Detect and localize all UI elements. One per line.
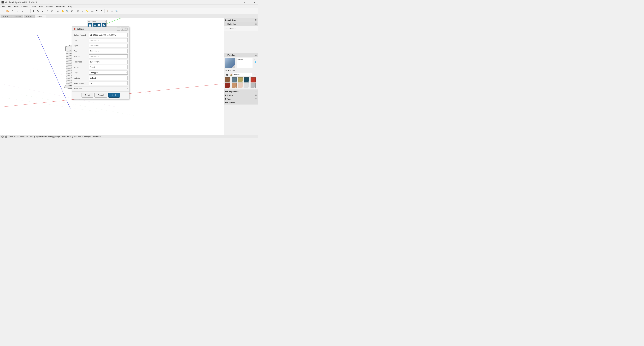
s4u-panel-close-button[interactable]: ×: [105, 21, 106, 23]
viewport[interactable]: s4u-Panel ×: [0, 18, 224, 135]
dialog-minimize[interactable]: −: [117, 28, 120, 31]
status-warn-icon[interactable]: !: [5, 135, 8, 138]
tool-dim[interactable]: ⟺: [90, 9, 94, 14]
tool-move[interactable]: ✥: [31, 9, 36, 14]
styles-panel[interactable]: ▶ Styles ✕: [224, 93, 258, 97]
tool-pan[interactable]: ✋: [60, 9, 65, 14]
menu-extensions[interactable]: Extensions: [54, 5, 67, 8]
menu-window[interactable]: Window: [44, 5, 54, 8]
menu-camera[interactable]: Camera: [20, 5, 30, 8]
setting-right-input[interactable]: [90, 45, 126, 47]
tool-select[interactable]: ↖: [1, 9, 5, 14]
setting-thickness-input[interactable]: [90, 61, 126, 63]
setting-material-dropdown[interactable]: Default ▾: [89, 76, 128, 80]
mat-forward-icon[interactable]: ▶: [228, 74, 229, 76]
setting-bottom-value[interactable]: [89, 54, 128, 58]
swatch-9[interactable]: [244, 83, 249, 88]
setting-left-value[interactable]: [89, 38, 128, 42]
tool-3dtext[interactable]: 3: [99, 9, 104, 14]
mat-sample-icon[interactable]: 💧: [254, 61, 256, 63]
reset-button[interactable]: Reset: [82, 93, 93, 98]
swatch-3[interactable]: [238, 77, 243, 82]
tool-offset[interactable]: ⊟: [50, 9, 54, 14]
swatch-5[interactable]: [250, 77, 256, 82]
tool-paint[interactable]: 🎨: [5, 9, 10, 14]
shadows-panel[interactable]: ▶ Shadows ✕: [224, 101, 258, 104]
tool-component[interactable]: ⊡: [76, 9, 80, 14]
components-panel[interactable]: ▶ Components ✕: [224, 90, 258, 93]
apply-button[interactable]: Apply: [108, 93, 120, 98]
setting-name-value[interactable]: [89, 65, 128, 69]
tool-search[interactable]: 🔍: [114, 9, 119, 14]
tool-tape[interactable]: 📏: [85, 9, 90, 14]
mat-add-icon[interactable]: +: [256, 74, 256, 76]
dialog-close[interactable]: ✕: [124, 28, 128, 31]
tool-zoomext[interactable]: ⊞: [70, 9, 74, 14]
mat-model-select[interactable]: In Model ▾: [233, 73, 252, 76]
setting-top-input[interactable]: [90, 50, 126, 52]
menu-edit[interactable]: Edit: [6, 5, 13, 8]
maximize-button[interactable]: □: [247, 1, 252, 4]
minimize-button[interactable]: −: [242, 1, 247, 4]
tool-rect[interactable]: ▭: [16, 9, 20, 14]
select-tab[interactable]: Select: [225, 69, 230, 72]
default-tray-close[interactable]: ✕: [255, 19, 256, 21]
tool-zoom[interactable]: 🔍: [65, 9, 70, 14]
swatch-1[interactable]: [225, 77, 230, 82]
cancel-button[interactable]: Cancel: [94, 93, 107, 98]
menu-view[interactable]: View: [13, 5, 20, 8]
tags-panel[interactable]: ▶ Tags ✕: [224, 97, 258, 101]
tool-group[interactable]: ⧈: [80, 9, 85, 14]
styles-close[interactable]: ✕: [255, 94, 256, 96]
swatch-7[interactable]: [232, 83, 237, 88]
tool-orbit[interactable]: ⊕: [56, 9, 60, 14]
tool-walk[interactable]: 🚶: [105, 9, 110, 14]
mat-more-icon[interactable]: ⋯: [253, 74, 255, 76]
mat-back-icon[interactable]: ◀: [225, 74, 227, 76]
setting-makegroup-dropdown[interactable]: Group ▾: [89, 81, 128, 85]
scene-tab-4[interactable]: Scene 4: [24, 15, 35, 18]
tool-erase[interactable]: ⟨: [10, 9, 14, 14]
tool-scale[interactable]: ⤢: [40, 9, 45, 14]
menu-draw[interactable]: Draw: [30, 5, 37, 8]
setting-name-input[interactable]: [90, 66, 126, 68]
materials-header-bar[interactable]: ▼ Materials ✕: [224, 53, 258, 57]
tool-pushpull[interactable]: ⊡: [45, 9, 50, 14]
setting-tags-dropdown[interactable]: Untagged ▾: [89, 71, 128, 75]
tool-look[interactable]: 👁: [110, 9, 114, 14]
shadows-close[interactable]: ✕: [255, 102, 256, 103]
tool-rotate[interactable]: ↻: [36, 9, 40, 14]
tags-close[interactable]: ✕: [255, 98, 256, 100]
swatch-8[interactable]: [238, 83, 243, 88]
swatch-10[interactable]: [250, 83, 256, 88]
title-bar-controls[interactable]: − □ ✕: [242, 1, 256, 4]
status-info-icon[interactable]: i: [1, 135, 4, 138]
close-button[interactable]: ✕: [252, 1, 256, 4]
setting-recent-dropdown[interactable]: S1: 0.0000 cm|0.0000 cm|0.0000 c ▾: [89, 33, 128, 37]
mat-home-icon[interactable]: 🏠: [230, 74, 232, 76]
dialog-maximize[interactable]: □: [120, 28, 124, 31]
materials-close[interactable]: ✕: [255, 54, 256, 56]
menu-tools[interactable]: Tools: [37, 5, 44, 8]
mat-pencil-icon[interactable]: ✏: [254, 58, 256, 60]
setting-left-input[interactable]: [90, 39, 126, 41]
components-close[interactable]: ✕: [255, 91, 256, 92]
scene-tab-1[interactable]: Scene 1: [1, 15, 12, 18]
scene-tab-5[interactable]: Scene 5: [35, 15, 46, 18]
swatch-6[interactable]: [225, 83, 230, 88]
swatch-4[interactable]: [244, 77, 249, 82]
setting-dialog-titlebar[interactable]: ⚙ Setting − □ ✕: [72, 27, 129, 31]
menu-help[interactable]: Help: [67, 5, 74, 8]
tool-line[interactable]: ∕: [21, 9, 25, 14]
setting-thickness-value[interactable]: [89, 60, 128, 64]
more-setting-row[interactable]: More Setting ▾: [74, 87, 128, 90]
menu-file[interactable]: File: [1, 5, 6, 8]
setting-right-value[interactable]: [89, 44, 128, 48]
tool-circle[interactable]: ○: [25, 9, 30, 14]
scene-tab-2[interactable]: Scene 2: [12, 15, 23, 18]
setting-bottom-input[interactable]: [90, 55, 126, 57]
setting-top-value[interactable]: [89, 49, 128, 53]
setting-dialog-controls[interactable]: − □ ✕: [117, 28, 128, 31]
entity-info-header[interactable]: ▼ Entity Info ✕: [224, 22, 258, 26]
swatch-2[interactable]: [232, 77, 237, 82]
